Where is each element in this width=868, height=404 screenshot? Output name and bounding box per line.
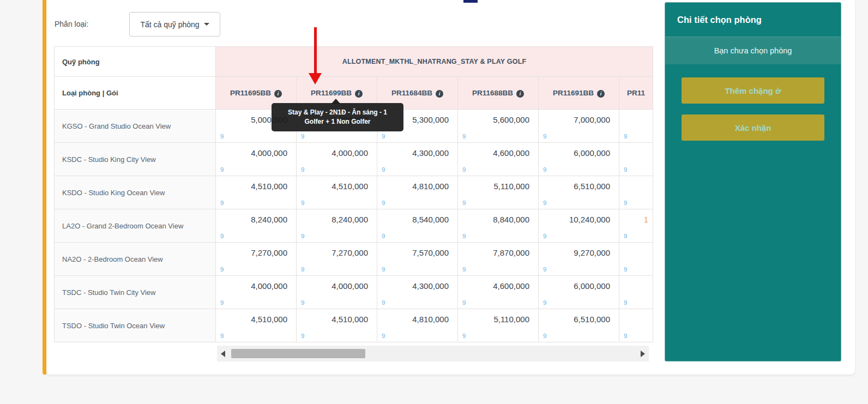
availability-count: 9 (382, 200, 385, 206)
price-value: 4,510,000 (331, 315, 368, 324)
availability-count: 9 (382, 266, 385, 273)
availability-count: 9 (543, 266, 546, 273)
price-cell[interactable]: 4,510,0009 (216, 176, 297, 209)
package-column-header: PR11688BBi (458, 77, 539, 110)
price-cell[interactable]: 4,510,0009 (297, 309, 377, 342)
price-value: 4,510,000 (251, 315, 287, 324)
room-fund-header: Quỹ phòng (55, 47, 216, 77)
availability-count: 9 (220, 166, 224, 173)
scroll-right-button[interactable] (638, 346, 648, 361)
price-cell[interactable]: 10,240,0009 (539, 209, 619, 243)
price-value: 8,240,000 (251, 215, 287, 224)
availability-count: 9 (301, 200, 304, 206)
availability-count: 9 (382, 333, 385, 339)
price-cell[interactable]: 5,600,0009 (458, 110, 539, 143)
price-cell[interactable]: 4,600,0009 (458, 143, 539, 176)
price-cell[interactable]: 6,510,0009 (539, 309, 619, 342)
price-cell[interactable]: 9 (619, 243, 653, 276)
package-column-header: PR11691BBi (539, 77, 619, 110)
confirm-button[interactable]: Xác nhận (682, 114, 824, 141)
info-icon[interactable]: i (436, 90, 443, 98)
price-cell[interactable]: 9 (619, 276, 653, 309)
price-cell[interactable]: 9 (619, 110, 653, 143)
price-cell[interactable]: 4,000,0009 (216, 276, 297, 309)
availability-count: 9 (543, 166, 546, 173)
price-cell[interactable]: 4,300,0009 (377, 143, 458, 176)
price-value: 4,600,000 (493, 148, 529, 158)
package-code: PR11684BB (391, 89, 432, 97)
availability-count: 9 (462, 299, 466, 306)
price-cell[interactable]: 5,110,0009 (458, 309, 539, 342)
price-cell[interactable]: 9 (619, 176, 653, 209)
availability-count: 9 (462, 200, 466, 206)
price-cell[interactable]: 8,840,0009 (458, 209, 539, 243)
scrollbar-thumb[interactable] (231, 349, 365, 358)
package-column-header: PR11 (619, 77, 653, 110)
room-row: KSDO - Studio King Ocean View4,510,00094… (55, 176, 653, 209)
price-cell[interactable]: 19 (619, 209, 653, 243)
price-cell[interactable]: 5,110,0009 (458, 176, 539, 209)
price-cell[interactable]: 6,000,0009 (539, 276, 619, 309)
availability-count: 9 (220, 233, 224, 239)
price-value: 1 (644, 215, 648, 224)
price-cell[interactable]: 6,510,0009 (539, 176, 619, 209)
availability-count: 9 (301, 266, 304, 273)
availability-count: 9 (301, 333, 304, 339)
price-cell[interactable]: 4,810,0009 (377, 309, 458, 342)
price-cell[interactable]: 4,510,0009 (297, 176, 377, 209)
price-cell[interactable]: 7,570,0009 (377, 243, 458, 276)
price-cell[interactable]: 9 (619, 143, 653, 176)
availability-count: 9 (462, 266, 466, 273)
price-cell[interactable]: 7,870,0009 (458, 243, 539, 276)
info-icon[interactable]: i (516, 90, 524, 98)
availability-count: 9 (462, 133, 466, 140)
price-cell[interactable]: 8,240,0009 (297, 209, 377, 243)
price-cell[interactable]: 4,000,0009 (297, 276, 377, 309)
availability-count: 9 (624, 200, 627, 206)
allotment-group-header: ALLOTMENT_MKTHL_NHATRANG_STAY & PLAY GOL… (216, 47, 653, 77)
price-cell[interactable]: 8,540,0009 (377, 209, 458, 243)
info-icon[interactable]: i (355, 90, 363, 98)
price-cell[interactable]: 6,000,0009 (539, 143, 619, 176)
price-cell[interactable]: 9,270,0009 (539, 243, 619, 276)
annotation-arrow-head (309, 73, 322, 85)
price-value: 7,270,000 (331, 248, 368, 257)
availability-count: 9 (624, 299, 627, 306)
info-icon[interactable]: i (597, 90, 605, 98)
price-cell[interactable]: 4,510,0009 (216, 309, 297, 342)
availability-count: 9 (624, 133, 627, 140)
availability-count: 9 (220, 333, 224, 339)
price-value: 5,600,000 (493, 115, 529, 124)
price-cell[interactable]: 4,000,0009 (216, 143, 297, 176)
info-icon[interactable]: i (274, 90, 282, 98)
price-cell[interactable]: 4,300,0009 (377, 276, 458, 309)
price-cell[interactable]: 4,600,0009 (458, 276, 539, 309)
availability-count: 9 (462, 333, 466, 339)
panel-title: Chi tiết chọn phòng (665, 3, 841, 37)
availability-count: 9 (624, 266, 627, 273)
price-cell[interactable]: 7,270,0009 (297, 243, 377, 276)
price-value: 7,570,000 (412, 248, 449, 257)
price-value: 10,240,000 (569, 215, 610, 224)
horizontal-scrollbar[interactable] (217, 346, 649, 361)
price-value: 9,270,000 (574, 248, 610, 257)
room-fund-dropdown[interactable]: Tất cả quỹ phòng (129, 12, 220, 37)
price-cell[interactable]: 4,000,0009 (297, 143, 377, 176)
availability-count: 9 (382, 133, 385, 140)
rate-table: Quỹ phòng ALLOTMENT_MKTHL_NHATRANG_STAY … (54, 46, 653, 342)
add-stay-leg-button[interactable]: Thêm chặng ở (682, 77, 824, 104)
price-cell[interactable]: 9 (619, 309, 653, 342)
price-value: 4,810,000 (412, 315, 449, 324)
room-type-label: LA2O - Grand 2-Bedroom Ocean View (55, 209, 216, 243)
price-value: 6,000,000 (574, 148, 610, 158)
price-value: 6,510,000 (574, 182, 610, 191)
availability-count: 9 (543, 333, 546, 339)
price-cell[interactable]: 7,270,0009 (216, 243, 297, 276)
scroll-left-button[interactable] (218, 346, 228, 361)
price-cell[interactable]: 7,000,0009 (539, 110, 619, 143)
price-cell[interactable]: 4,810,0009 (377, 176, 458, 209)
active-tab-indicator (463, 0, 478, 3)
price-value: 6,000,000 (574, 281, 610, 291)
availability-count: 9 (382, 233, 385, 239)
price-cell[interactable]: 8,240,0009 (216, 209, 297, 243)
